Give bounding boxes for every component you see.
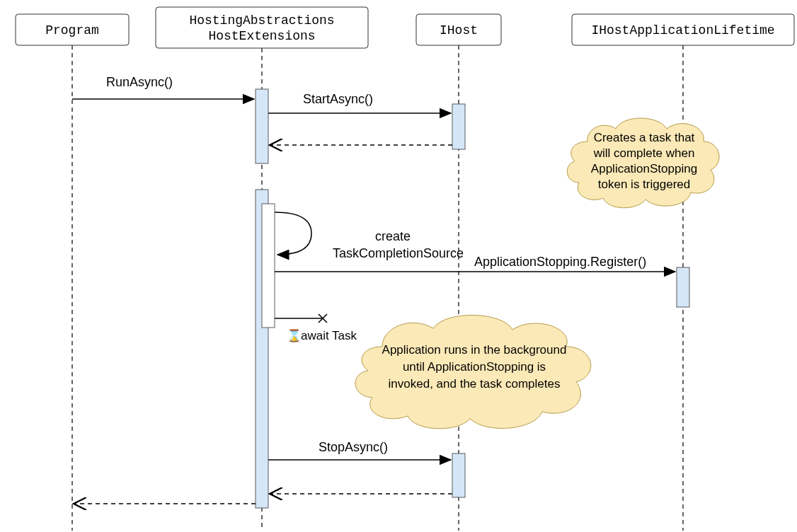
svg-text:ApplicationStopping: ApplicationStopping [591, 162, 697, 175]
msg-runasync-label: RunAsync() [106, 75, 173, 89]
msg-create-tcs-l2: TaskCompletionSource [333, 246, 464, 260]
svg-text:until ApplicationStopping is: until ApplicationStopping is [403, 360, 546, 374]
participant-lifetime: IHostApplicationLifetime [572, 14, 794, 45]
svg-text:will complete when: will complete when [593, 146, 695, 160]
participant-ihost-label: IHost [440, 23, 478, 37]
participant-program: Program [16, 14, 129, 45]
note-cloud-2: Application runs in the background until… [355, 315, 591, 428]
msg-stopasync-label: StopAsync() [319, 440, 388, 454]
hourglass-icon: ⌛ [287, 328, 302, 343]
msg-register-label: ApplicationStopping.Register() [474, 255, 646, 269]
participant-lifetime-label: IHostApplicationLifetime [591, 23, 774, 37]
participant-ihost: IHost [416, 14, 501, 45]
participant-program-label: Program [45, 23, 99, 37]
msg-await-label: await Task [301, 329, 357, 342]
svg-text:Application runs in the backgr: Application runs in the background [382, 343, 567, 357]
participant-hostext: HostingAbstractions HostExtensions [156, 7, 368, 48]
svg-text:Creates a task that: Creates a task that [594, 131, 695, 144]
activation-ihost-2 [452, 453, 465, 497]
activation-hostext-1 [256, 89, 268, 163]
svg-text:token is triggered: token is triggered [598, 178, 690, 191]
note-cloud-1: Creates a task that will complete when A… [567, 118, 719, 208]
participant-hostext-label-2: HostExtensions [208, 29, 315, 43]
activation-ihost-1 [452, 104, 465, 149]
svg-text:invoked, and the task complete: invoked, and the task completes [389, 377, 561, 391]
participant-hostext-label-1: HostingAbstractions [189, 13, 334, 28]
msg-self-loop [275, 212, 311, 255]
msg-create-tcs-l1: create [375, 229, 411, 243]
sequence-diagram: Program HostingAbstractions HostExtensio… [0, 0, 797, 532]
activation-lifetime [677, 267, 689, 307]
activation-hostext-self [262, 204, 275, 328]
msg-startasync-label: StartAsync() [303, 92, 373, 106]
